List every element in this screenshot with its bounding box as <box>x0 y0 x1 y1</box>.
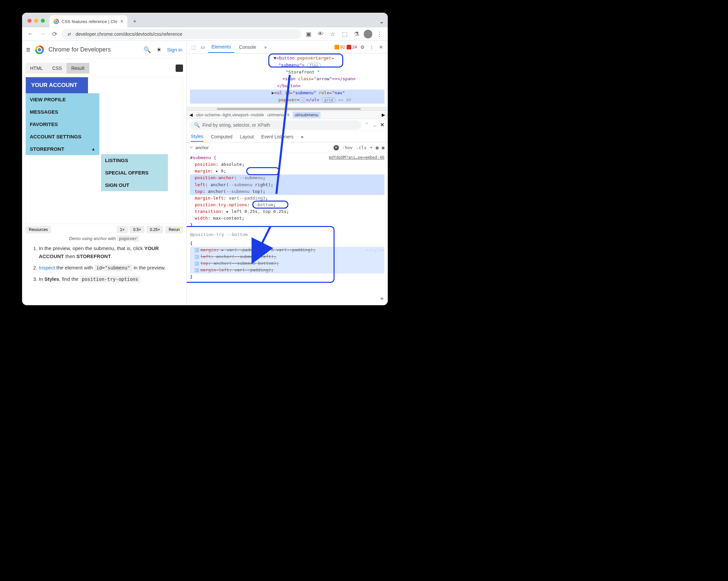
scroll-right-icon[interactable]: ▶ <box>382 112 385 117</box>
submenu-storefront[interactable]: STOREFRONT ▲ <box>26 143 99 155</box>
submenu2-listings[interactable]: LISTINGS <box>101 154 168 166</box>
code-tabs: HTML CSS Result <box>25 63 183 74</box>
zoom-05x[interactable]: 0.5× <box>130 226 145 233</box>
demo-caption: Demo using anchor with popover <box>25 236 183 241</box>
signin-link[interactable]: Sign in <box>167 47 182 53</box>
extensions-icon[interactable]: ⬚ <box>340 29 349 39</box>
storefront-label: STOREFRONT <box>30 146 64 152</box>
site-info-icon[interactable]: ⇄ <box>66 31 72 37</box>
tab-computed[interactable]: Computed <box>211 132 233 141</box>
close-tab-icon[interactable]: × <box>120 18 123 24</box>
submenu-view-profile[interactable]: VIEW PROFILE <box>26 93 99 106</box>
device-mode-icon[interactable]: ▭ <box>199 45 207 50</box>
add-rule-icon[interactable]: + <box>380 294 384 303</box>
close-devtools-icon[interactable]: ✕ <box>377 45 385 50</box>
submenu2-special-offers[interactable]: SPECIAL OFFERS <box>101 166 168 179</box>
tab-overflow-button[interactable]: ⌄ <box>380 18 384 25</box>
submenu-messages[interactable]: MESSAGES <box>26 106 99 118</box>
breadcrumb-trail[interactable]: ◀ olor-scheme--light.viewport--mobile ul… <box>187 110 388 119</box>
hov-toggle[interactable]: :hov <box>342 145 353 150</box>
source-link[interactable]: mdYdpOM?ani…pe=embed:46 <box>329 155 384 161</box>
maximize-window-button[interactable] <box>41 19 45 23</box>
cast-icon[interactable]: ▣ <box>304 29 313 39</box>
step-3: In Styles, find the position-try-options <box>39 275 176 283</box>
paint-icon[interactable]: ▦ <box>376 145 379 150</box>
cls-toggle[interactable]: .cls <box>356 145 366 150</box>
forward-button[interactable]: → <box>37 29 48 39</box>
submenu-favorites[interactable]: FAVORITES <box>26 118 99 130</box>
tab-result[interactable]: Result <box>67 63 89 74</box>
tab-layout[interactable]: Layout <box>240 132 254 141</box>
clear-filter-icon[interactable]: ✕ <box>334 145 339 150</box>
submenu: VIEW PROFILE MESSAGES FAVORITES ACCOUNT … <box>26 93 99 155</box>
find-next-icon[interactable]: ⌄ <box>372 122 377 128</box>
tab-event-listeners[interactable]: Event Listeners <box>261 132 294 141</box>
search-icon: 🔍 <box>194 122 200 128</box>
bookmark-icon[interactable]: ☆ <box>328 29 338 39</box>
profile-avatar[interactable] <box>364 30 372 38</box>
address-bar[interactable]: ⇄ developer.chrome.com/docs/devtools/css… <box>61 29 302 39</box>
find-prev-icon[interactable]: ⌃ <box>365 122 369 128</box>
menu-your-account[interactable]: YOUR ACCOUNT <box>26 77 88 93</box>
styles-tab-bar: Styles Computed Layout Event Listeners » <box>187 131 388 142</box>
styles-rules[interactable]: mdYdpOM?ani…pe=embed:46 #submenu { posit… <box>187 153 388 305</box>
chrome-logo-icon <box>35 46 44 54</box>
demo-footer: Resources 1× 0.5× 0.25× Rerun <box>25 226 183 233</box>
horizontal-scrollbar[interactable] <box>187 107 388 110</box>
tab-title: CSS features reference | Chr <box>61 19 118 24</box>
find-close-icon[interactable]: ✕ <box>380 122 384 128</box>
tab-css[interactable]: CSS <box>48 63 67 74</box>
rerun-button[interactable]: Rerun <box>165 226 183 233</box>
tab-styles[interactable]: Styles <box>191 132 203 142</box>
window-controls <box>22 14 50 27</box>
codepen-icon[interactable] <box>176 64 183 72</box>
site-header: ≡ Chrome for Developers 🔍 ☀ Sign in <box>22 41 186 59</box>
url-text: developer.chrome.com/docs/devtools/css/r… <box>76 31 182 37</box>
menu-icon[interactable]: ≡ <box>26 46 30 54</box>
warnings-badge[interactable]: 92 <box>335 45 345 50</box>
minimize-window-button[interactable] <box>34 19 38 23</box>
submenu2-sign-out[interactable]: SIGN OUT <box>101 179 168 191</box>
browser-tab[interactable]: CSS features reference | Chr × <box>50 16 127 27</box>
find-input[interactable]: 🔍 Find by string, selector, or XPath <box>190 120 361 130</box>
new-style-icon[interactable]: + <box>370 145 373 150</box>
kebab-menu-icon[interactable]: ⋮ <box>368 45 376 50</box>
more-tabs-icon[interactable]: » <box>261 42 270 53</box>
search-icon[interactable]: 🔍 <box>144 46 151 54</box>
new-tab-button[interactable]: + <box>130 17 139 26</box>
browser-window: CSS features reference | Chr × + ⌄ ← → ⟳… <box>22 13 388 305</box>
find-bar: 🔍 Find by string, selector, or XPath ⌃ ⌄… <box>187 119 388 131</box>
menu-icon[interactable]: ⋮ <box>374 29 384 39</box>
warning-icon <box>335 45 339 50</box>
submenu-account-settings[interactable]: ACCOUNT SETTINGS <box>26 130 99 143</box>
error-icon <box>346 45 351 50</box>
computed-panel-icon[interactable]: ▣ <box>382 145 384 150</box>
devtools-panel: ⬚ ▭ Elements Console » 92 24 ⚙ ⋮ ✕ ▼<but… <box>187 41 388 305</box>
theme-toggle-icon[interactable]: ☀ <box>156 46 162 54</box>
tab-html[interactable]: HTML <box>25 63 48 74</box>
reload-button[interactable]: ⟳ <box>50 29 59 39</box>
back-button[interactable]: ← <box>25 29 35 39</box>
content-area: ≡ Chrome for Developers 🔍 ☀ Sign in HTML… <box>22 41 388 305</box>
filter-input[interactable]: ⑂ anchor <box>190 145 330 150</box>
tab-console[interactable]: Console <box>236 42 259 53</box>
elements-tree[interactable]: ▼<button popovertarget= "submenu"> flex … <box>187 54 388 107</box>
scroll-left-icon[interactable]: ◀ <box>189 112 193 117</box>
incognito-icon[interactable]: 👁 <box>315 29 326 39</box>
browser-toolbar: ← → ⟳ ⇄ developer.chrome.com/docs/devtoo… <box>22 27 388 41</box>
close-window-button[interactable] <box>27 19 31 23</box>
inspect-link[interactable]: Inspect <box>39 265 55 271</box>
chevron-up-icon: ▲ <box>91 147 95 151</box>
inspect-element-icon[interactable]: ⬚ <box>189 45 198 50</box>
more-tabs-icon[interactable]: » <box>301 134 304 139</box>
errors-badge[interactable]: 24 <box>346 45 357 50</box>
zoom-1x[interactable]: 1× <box>117 226 128 233</box>
settings-icon[interactable]: ⚙ <box>358 45 366 50</box>
submenu2: LISTINGS SPECIAL OFFERS SIGN OUT <box>101 154 168 191</box>
zoom-025x[interactable]: 0.25× <box>147 226 163 233</box>
resources-button[interactable]: Resources <box>25 226 51 233</box>
tab-elements[interactable]: Elements <box>208 42 234 53</box>
demo-preview: YOUR ACCOUNT VIEW PROFILE MESSAGES FAVOR… <box>25 77 183 224</box>
chrome-favicon-icon <box>54 19 59 24</box>
labs-icon[interactable]: ⚗ <box>352 29 362 39</box>
